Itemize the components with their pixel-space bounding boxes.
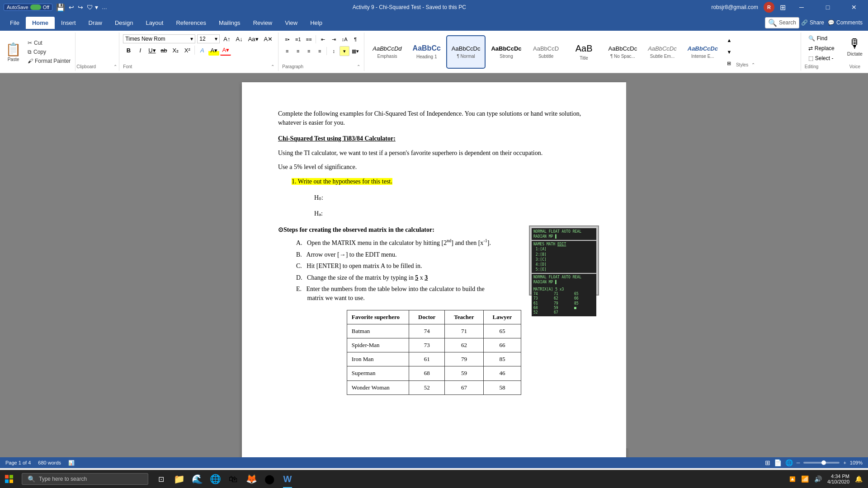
borders-button[interactable]: ▦▾ <box>350 46 360 56</box>
bold-button[interactable]: B <box>123 45 134 56</box>
tab-insert[interactable]: Insert <box>55 17 82 29</box>
styles-expand[interactable]: ⊞ <box>724 59 734 69</box>
user-avatar[interactable]: R <box>764 2 774 13</box>
show-desktop-icon[interactable]: 🔼 <box>789 476 796 482</box>
cut-button[interactable]: ✂ Cut <box>25 39 73 47</box>
emphasis-style-item[interactable]: AaBbCcDd Emphasis <box>368 36 406 68</box>
taskbar-file-explorer[interactable]: 📁 <box>170 470 188 488</box>
taskbar-search[interactable]: 🔍 Type here to search <box>22 473 148 485</box>
taskbar-ie[interactable]: 🌐 <box>206 470 224 488</box>
font-clear-button[interactable]: A✕ <box>262 35 275 43</box>
tab-file[interactable]: File <box>4 17 26 29</box>
web-view-icon[interactable]: 🌐 <box>785 459 793 466</box>
taskbar-edge[interactable]: 🌊 <box>188 470 206 488</box>
show-para-button[interactable]: ¶ <box>350 34 360 44</box>
italic-button[interactable]: I <box>135 45 146 56</box>
nospace-style-item[interactable]: AaBbCcDc ¶ No Spac... <box>604 36 642 68</box>
strikethrough-button[interactable]: ab <box>158 45 169 56</box>
taskbar-chrome[interactable]: ⬤ <box>260 470 278 488</box>
font-color-button[interactable]: A▾ <box>220 45 231 56</box>
text-highlight-button[interactable]: A▾ <box>208 45 219 56</box>
line-spacing-button[interactable]: ↕ <box>329 46 339 56</box>
dictate-button[interactable]: 🎙 Dictate <box>845 34 864 58</box>
minimize-button[interactable]: ─ <box>791 0 812 14</box>
multilevel-button[interactable]: ≡≡ <box>304 34 314 44</box>
find-button[interactable]: 🔍 Find <box>805 34 838 42</box>
layout-view-icon[interactable]: ⊞ <box>765 459 770 466</box>
underline-button[interactable]: U▾ <box>146 45 157 56</box>
task-view-button[interactable]: ⊡ <box>152 470 170 488</box>
styles-scroll-up[interactable]: ▲ <box>724 35 734 45</box>
align-center-button[interactable]: ≡ <box>293 46 303 56</box>
tab-layout[interactable]: Layout <box>139 17 170 29</box>
undo-icon[interactable]: ↩ <box>69 4 74 11</box>
justify-button[interactable]: ≡ <box>315 46 325 56</box>
title-style-item[interactable]: AaB Title <box>566 36 602 68</box>
maximize-button[interactable]: □ <box>817 0 838 14</box>
tab-design[interactable]: Design <box>108 17 139 29</box>
taskbar-store[interactable]: 🛍 <box>224 470 242 488</box>
shading-button[interactable]: ▾ <box>340 46 349 56</box>
subtitle-style-item[interactable]: AaBbCcD Subtitle <box>528 36 564 68</box>
select-button[interactable]: ⬚ Select - <box>805 54 838 62</box>
more-icon[interactable]: … <box>102 4 107 10</box>
word-count-icon[interactable]: 📊 <box>68 460 75 466</box>
para-expand-icon[interactable]: ⌃ <box>357 64 360 69</box>
zoom-slider[interactable] <box>803 462 840 464</box>
font-expand-icon[interactable]: ⌃ <box>271 64 274 69</box>
font-size-select[interactable]: 12 ▾ <box>197 34 220 43</box>
start-button[interactable] <box>0 470 18 488</box>
font-shrink-button[interactable]: A↓ <box>234 35 245 43</box>
volume-icon[interactable]: 🔊 <box>814 475 822 483</box>
zoom-in-icon[interactable]: + <box>843 460 846 465</box>
heading1-style-item[interactable]: AaBbCc Heading 1 <box>408 36 445 68</box>
sort-button[interactable]: ↕A <box>340 34 349 44</box>
layout-icon[interactable]: ⊞ <box>780 3 786 12</box>
clipboard-expand-icon[interactable]: ⌃ <box>113 64 117 69</box>
font-name-select[interactable]: Times New Rom ▾ <box>123 34 195 43</box>
styles-scroll-down[interactable]: ▼ <box>724 47 734 57</box>
tab-help[interactable]: Help <box>304 17 329 29</box>
tab-view[interactable]: View <box>278 17 304 29</box>
redo-icon[interactable]: ↪ <box>78 4 83 11</box>
normal-style-item[interactable]: AaBbCcDc ¶ Normal <box>447 36 485 68</box>
subscript-button[interactable]: X₂ <box>170 45 181 56</box>
copy-button[interactable]: ⧉ Copy <box>25 48 73 56</box>
font-case-button[interactable]: Aa▾ <box>246 35 260 43</box>
tab-references[interactable]: References <box>170 17 212 29</box>
align-left-button[interactable]: ≡ <box>282 46 292 56</box>
taskbar-word[interactable]: W <box>278 470 297 488</box>
tab-home[interactable]: Home <box>26 17 55 29</box>
taskbar-firefox[interactable]: 🦊 <box>242 470 260 488</box>
numbering-button[interactable]: ≡1 <box>293 34 303 44</box>
decrease-indent-button[interactable]: ⇤ <box>318 34 328 44</box>
save-icon[interactable]: 💾 <box>56 3 65 12</box>
tab-draw[interactable]: Draw <box>82 17 108 29</box>
superscript-button[interactable]: X² <box>182 45 193 56</box>
subtleemph-style-item[interactable]: AaBbCcDc Subtle Em... <box>643 36 681 68</box>
replace-button[interactable]: ⇄ Replace <box>805 44 838 52</box>
document-page[interactable]: Complete the following examples for Chi-… <box>242 82 626 457</box>
autosave-badge[interactable]: AutoSave Off <box>4 4 52 11</box>
styles-expand-icon[interactable]: ⌃ <box>751 62 755 67</box>
notification-icon[interactable]: 🔔 <box>855 475 863 483</box>
autosave-toggle[interactable] <box>30 5 41 10</box>
font-grow-button[interactable]: A↑ <box>222 35 232 43</box>
strong-style-item[interactable]: AaBbCcDc Strong <box>486 36 526 68</box>
comments-button[interactable]: 💬 Comments <box>828 19 863 26</box>
share-button[interactable]: 🔗 Share <box>801 19 824 26</box>
paste-button[interactable]: 📋 Paste <box>2 34 25 69</box>
zoom-out-icon[interactable]: ─ <box>797 460 800 465</box>
bullets-button[interactable]: ≡• <box>282 34 292 44</box>
print-view-icon[interactable]: 📄 <box>774 459 782 466</box>
customize-icon[interactable]: 🛡 ▾ <box>87 4 98 11</box>
increase-indent-button[interactable]: ⇥ <box>329 34 339 44</box>
intenseemph-style-item[interactable]: AaBbCcDc Intense E... <box>683 36 722 68</box>
text-effects-button[interactable]: A <box>197 45 208 56</box>
tab-mailings[interactable]: Mailings <box>212 17 247 29</box>
align-right-button[interactable]: ≡ <box>304 46 314 56</box>
network-icon[interactable]: 📶 <box>801 475 809 483</box>
ribbon-search[interactable]: 🔍 Search <box>765 17 799 28</box>
tab-review[interactable]: Review <box>247 17 279 29</box>
close-button[interactable]: ✕ <box>844 0 864 14</box>
